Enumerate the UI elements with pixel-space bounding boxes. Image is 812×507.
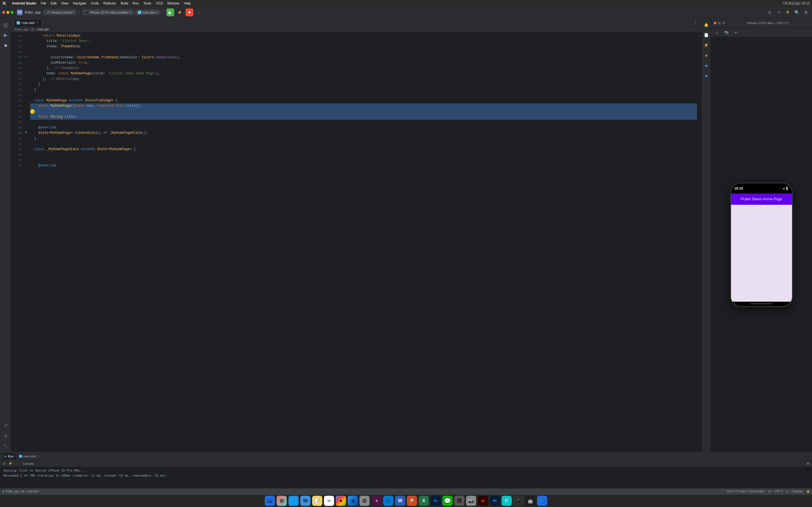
code-line-17: colorScheme: ColorScheme.fromSeed(seedCo… [30,55,406,60]
gutter-area: ■ ● [24,33,28,253]
device-selector[interactable]: 📱 iPhone 15 Pro Max (mobile) ▾ [82,10,133,15]
code-line-28: final String title; [30,114,406,120]
project-name: flutter_app [25,10,41,14]
chevron-down-icon-2: ▾ [130,11,131,14]
editor-tab-main-dart[interactable]: main.dart × [13,19,42,26]
code-line-37: @override [30,163,406,168]
line-num-37: 37 [13,163,22,168]
menubar-code[interactable]: Code [91,1,99,5]
code-line-32: } [30,136,406,142]
line-num-18: 18 [13,60,22,66]
menubar-edit[interactable]: Edit [51,1,57,5]
breadcrumb-bar: flutter_app › lib › main.dart [11,26,406,33]
code-line-20: home: const MyHomePage(title: 'Flutter D… [30,71,406,76]
phone-icon: 📱 [85,10,89,14]
menubar-view[interactable]: View [61,1,68,5]
line-num-34: 34 [13,147,22,152]
line-num-22: 22 [13,82,22,87]
more-actions-button[interactable]: ⋮ [195,8,203,16]
line-num-30: 30 [13,125,22,130]
code-line-33 [30,142,406,147]
close-window-button[interactable] [2,11,5,14]
gutter-27 [24,108,28,114]
breadcrumb-lib[interactable]: lib [31,28,34,31]
line-num-35: 35 [13,152,22,158]
maximize-window-button[interactable] [11,11,13,14]
line-num-21: 21 [13,76,22,82]
code-line-18: useMaterial3: true, [30,60,406,66]
sidebar-project-icon[interactable]: ◫ [1,20,10,29]
line-num-25: 25 [13,98,22,103]
code-line-15: theme: ThemeData( [30,44,406,49]
gutter-22 [24,81,28,87]
gutter-30 [24,124,28,130]
code-line-24 [30,93,406,98]
code-line-23: } [30,87,406,93]
line-num-26: 26 [13,103,22,109]
menubar-android-studio[interactable]: Android Studio [12,1,36,5]
power-save-button[interactable]: ⚡ [176,8,184,16]
file-tab-name: main.dart [142,11,155,14]
breadcrumb-sep-1: › [29,28,30,31]
editor-area: main.dart × ⋮ flutter_app › lib › main.d… [11,18,406,253]
code-line-31: State<MyHomePage> createState() => _MyHo… [30,130,406,136]
apple-icon[interactable]: ⌘ [2,1,6,6]
line-num-13: 13 [13,33,22,39]
tab-close-button[interactable]: × [36,21,39,24]
toolbar-divider-1 [79,10,80,15]
minimize-window-button[interactable] [6,11,9,14]
line-num-36: 36 [13,158,22,163]
line-num-20: 20 [13,71,22,76]
left-sidebar: ◫ ▶ ◆ ⎇ ⚠ >_ [0,18,11,253]
gutter-17: ■ [24,54,28,60]
line-num-33: 33 [13,142,22,147]
menubar-refactor[interactable]: Refactor [103,1,116,5]
gutter-16 [24,49,28,54]
project-badge: FA [17,10,22,15]
code-line-27: 💡 [30,109,406,114]
menubar-run[interactable]: Run [133,1,139,5]
code-content-area[interactable]: return MaterialApp( title: 'Flutter Demo… [28,33,406,253]
sidebar-run-icon[interactable]: ▶ [1,31,10,40]
menubar-file[interactable]: File [41,1,46,5]
code-line-14: title: 'Flutter Demo', [30,39,406,44]
intention-bulb-icon[interactable]: 💡 [30,109,35,114]
line-num-19: 19 [13,66,22,71]
file-tab-selector[interactable]: main.dart ▾ [135,10,160,15]
gutter-31: ● [24,130,28,135]
line-num-31: 31 [13,130,22,136]
menubar-tools[interactable]: Tools [144,1,151,5]
sidebar-gem-icon[interactable]: ◆ [1,41,10,50]
code-line-34: class _MyHomePageState extends State<MyH… [30,147,406,152]
menubar: ⌘ Android Studio File Edit View Navigate… [0,0,406,7]
main-content: ◫ ▶ ◆ ⎇ ⚠ >_ main.dart × ⋮ flutter_app ›… [0,18,406,253]
code-editor: 13 14 15 16 17 18 19 20 21 22 23 24 25 2… [11,33,406,253]
gutter-33 [24,141,28,146]
menubar-help[interactable]: Help [184,1,191,5]
gutter-29 [24,119,28,124]
breadcrumb-project[interactable]: flutter_app [15,28,28,31]
gutter-34 [24,146,28,152]
run-button[interactable]: ▶ [166,8,174,16]
code-line-13: return MaterialApp( [30,33,406,39]
gutter-20 [24,70,28,76]
gutter-19 [24,65,28,70]
line-num-23: 23 [13,87,22,93]
line-num-16: 16 [13,50,22,55]
chevron-down-icon: ▾ [72,11,74,14]
gutter-25 [24,98,28,103]
stop-button[interactable]: ■ [186,8,193,16]
toolbar: FA flutter_app ⎇ Version control ▾ 📱 iPh… [0,7,406,18]
menubar-window[interactable]: Window [167,1,179,5]
chevron-down-icon-3: ▾ [156,11,158,14]
dart-icon [138,11,141,14]
menubar-vcs[interactable]: VCS [156,1,163,5]
code-line-30: @override [30,125,406,130]
gutter-23 [24,87,28,92]
menubar-build[interactable]: Build [121,1,128,5]
menubar-navigate[interactable]: Navigate [73,1,86,5]
editor-tabs-bar: main.dart × ⋮ [11,18,406,26]
version-control-button[interactable]: ⎇ Version control ▾ [44,10,77,15]
breadcrumb-file[interactable]: main.dart [37,28,49,31]
gutter-13 [24,33,28,38]
